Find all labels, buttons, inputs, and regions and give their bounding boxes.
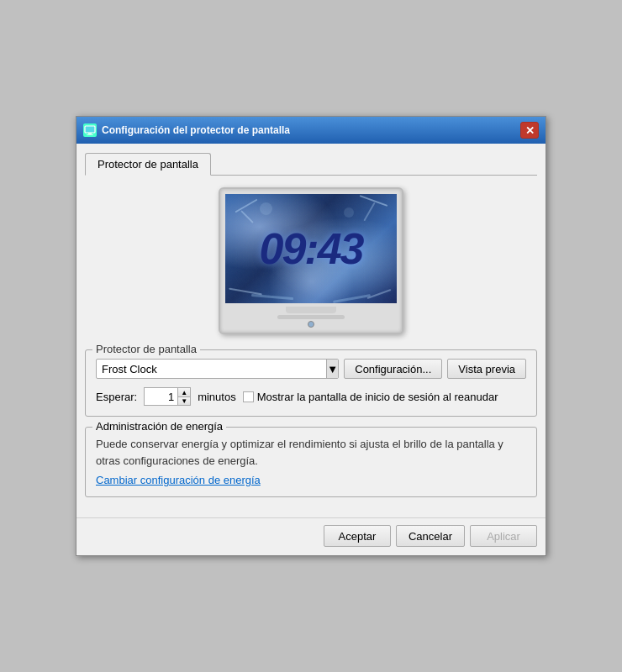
close-button[interactable]: ✕ (520, 122, 539, 139)
wait-row: Esperar: 1 ▲ ▼ minutos Mostrar la pantal… (96, 387, 526, 406)
main-window: Configuración del protector de pantalla … (76, 116, 546, 556)
dropdown-arrow-icon: ▼ (326, 360, 338, 378)
window-title: Configuración del protector de pantalla (102, 124, 290, 136)
accept-button[interactable]: Aceptar (324, 525, 391, 547)
login-checkbox-label: Mostrar la pantalla de inicio de sesión … (243, 391, 526, 403)
monitor-screen: 09:43 (225, 194, 397, 303)
apply-button[interactable]: Aplicar (470, 525, 537, 547)
wait-spinner: 1 ▲ ▼ (144, 387, 191, 406)
clock-display: 09:43 (225, 194, 397, 303)
spinner-buttons: ▲ ▼ (177, 387, 191, 406)
monitor-foot (277, 315, 345, 319)
title-bar-left: Configuración del protector de pantalla (83, 123, 290, 137)
preview-button[interactable]: Vista previa (447, 359, 526, 379)
monitor-power-led (308, 321, 314, 328)
cancel-button[interactable]: Cancelar (396, 525, 465, 547)
spinner-value[interactable]: 1 (144, 387, 177, 406)
svg-rect-1 (88, 133, 92, 134)
title-bar: Configuración del protector de pantalla … (76, 117, 546, 144)
screensaver-group: Protector de pantalla Frost Clock ▼ Conf… (85, 349, 537, 417)
window-footer: Aceptar Cancelar Aplicar (76, 517, 546, 555)
checkbox-text: Mostrar la pantalla de inicio de sesión … (257, 391, 498, 403)
energy-settings-link[interactable]: Cambiar configuración de energía (96, 474, 261, 486)
spinner-down-button[interactable]: ▼ (177, 396, 191, 406)
tab-screensaver[interactable]: Protector de pantalla (85, 153, 211, 176)
svg-rect-0 (85, 126, 95, 133)
screensaver-group-label: Protector de pantalla (92, 343, 200, 355)
screensaver-selector-row: Frost Clock ▼ Configuración... Vista pre… (96, 359, 526, 379)
energy-group-label: Administración de energía (92, 420, 226, 433)
config-button[interactable]: Configuración... (344, 359, 442, 379)
tab-bar: Protector de pantalla (85, 152, 537, 176)
energy-description: Puede conservar energía y optimizar el r… (96, 436, 526, 469)
wait-label: Esperar: (96, 391, 137, 403)
monitor-stand (286, 307, 336, 313)
wait-unit: minutos (198, 391, 236, 403)
svg-rect-2 (87, 134, 93, 135)
monitor-base (225, 303, 397, 333)
login-checkbox[interactable] (243, 391, 254, 402)
energy-group: Administración de energía Puede conserva… (85, 427, 537, 497)
monitor-preview-container: 09:43 (85, 187, 537, 334)
monitor-outer: 09:43 (219, 187, 403, 334)
window-icon (83, 123, 97, 137)
screensaver-dropdown[interactable]: Frost Clock ▼ (96, 359, 339, 379)
spinner-up-button[interactable]: ▲ (177, 387, 191, 396)
window-body: Protector de pantalla (76, 144, 546, 517)
